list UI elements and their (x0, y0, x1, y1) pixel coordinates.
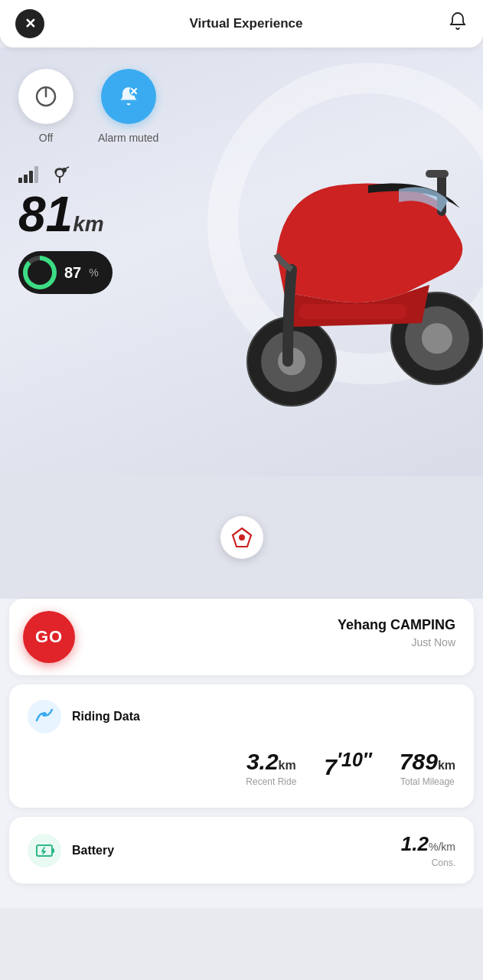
battery-symbol: % (89, 266, 98, 279)
signal-bars-icon (18, 166, 38, 183)
battery-cons-label: Cons. (401, 858, 455, 868)
cards-section: GO Yehang CAMPING Just Now Riding Data 3… (0, 599, 483, 908)
destination-time: Just Now (86, 636, 455, 648)
signal-row (18, 165, 465, 184)
battery-pill: 87% (18, 251, 113, 294)
header: ✕ Virtual Experience (0, 0, 483, 47)
recent-ride-unit: km (279, 759, 296, 772)
duration-sup: ′10″ (337, 749, 372, 770)
notification-bell-button[interactable] (448, 11, 468, 36)
close-button[interactable]: ✕ (15, 9, 44, 38)
duration-value: 7′10″ (324, 754, 371, 779)
svg-point-7 (422, 323, 452, 354)
total-unit: km (438, 759, 455, 772)
location-pin-icon (230, 526, 253, 549)
alarm-label: Alarm muted (98, 132, 158, 144)
recent-ride-value-display: 3.2km (246, 749, 296, 775)
riding-stats: 3.2km Recent Ride 7′10″ 789km Total Mile… (28, 749, 455, 792)
svg-point-10 (278, 348, 305, 375)
riding-data-icon (34, 707, 54, 727)
battery-percentage: 87 (64, 264, 81, 282)
riding-data-card: Riding Data 3.2km Recent Ride 7′10″ 789k… (9, 684, 474, 808)
battery-ring-inner (28, 260, 52, 285)
alarm-button[interactable] (101, 69, 156, 124)
total-value: 789 (400, 749, 438, 774)
battery-icon-container (28, 834, 61, 867)
battery-card-left: Battery (28, 834, 114, 867)
go-label: GO (35, 627, 63, 647)
alarm-control: Alarm muted (98, 69, 158, 144)
total-mileage-stat: 789km Total Mileage (400, 749, 455, 792)
battery-ring (23, 256, 57, 289)
alarm-muted-icon (115, 83, 142, 110)
header-title: Virtual Experience (189, 16, 302, 31)
svg-rect-21 (52, 848, 54, 853)
duration-stat: 7′10″ (324, 749, 371, 792)
range-display: 81km (18, 190, 465, 239)
svg-point-19 (42, 712, 47, 717)
gps-icon (49, 165, 70, 184)
battery-cons-unit: %/km (429, 841, 455, 853)
svg-line-16 (66, 167, 69, 168)
battery-card-title: Battery (72, 844, 114, 858)
map-section (0, 476, 483, 599)
svg-point-8 (247, 317, 336, 406)
map-pin-button[interactable] (220, 516, 263, 559)
recent-ride-value: 3.2 (246, 749, 279, 774)
svg-rect-20 (37, 845, 52, 856)
bar4 (34, 166, 38, 183)
power-icon (34, 84, 58, 109)
svg-point-5 (391, 292, 483, 384)
battery-card-icon (34, 840, 55, 861)
riding-card-title: Riding Data (72, 710, 140, 724)
range-value: 81 (18, 187, 73, 242)
svg-rect-13 (299, 304, 406, 319)
bar2 (24, 175, 28, 183)
battery-cons-display: 1.2%/km (401, 832, 455, 856)
off-control: Off (18, 69, 73, 144)
bar1 (18, 178, 22, 183)
svg-point-6 (405, 306, 469, 371)
svg-point-18 (239, 534, 245, 541)
controls-row: Off Alarm muted (18, 69, 465, 144)
riding-icon-container (28, 700, 61, 733)
svg-point-9 (261, 331, 322, 392)
battery-card: Battery 1.2%/km Cons. (9, 817, 474, 884)
stats-section: 81km 87% (18, 165, 465, 294)
destination-name: Yehang CAMPING (86, 617, 455, 633)
duration-label (324, 782, 371, 792)
bar3 (29, 171, 33, 183)
range-unit: km (73, 212, 103, 236)
duration-value-display: 7′10″ (324, 749, 371, 780)
recent-ride-stat: 3.2km Recent Ride (246, 749, 296, 792)
hero-section: Off Alarm muted (0, 47, 483, 492)
off-button[interactable] (18, 69, 73, 124)
go-destination-card: GO Yehang CAMPING Just Now (9, 599, 474, 675)
off-label: Off (39, 132, 53, 144)
riding-card-header: Riding Data (28, 700, 455, 733)
go-button[interactable]: GO (23, 611, 75, 663)
close-icon: ✕ (24, 15, 36, 32)
battery-cons-value: 1.2 (401, 832, 429, 855)
total-label: Total Mileage (400, 776, 455, 787)
total-value-display: 789km (400, 749, 455, 775)
bell-icon (448, 11, 468, 31)
recent-ride-label: Recent Ride (246, 776, 296, 787)
battery-card-right: 1.2%/km Cons. (401, 832, 455, 868)
